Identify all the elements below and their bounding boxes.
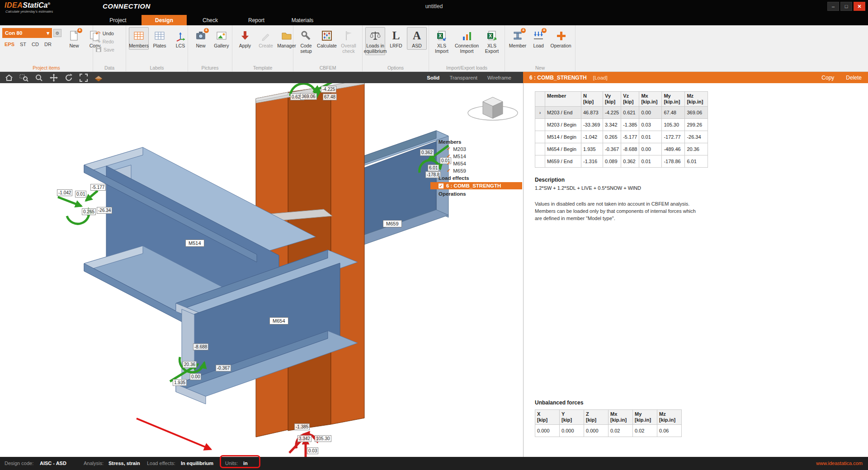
table-cell[interactable]: 369.06	[685, 107, 708, 119]
table-cell[interactable]: -1.316	[581, 155, 603, 168]
table-row[interactable]: M514 / Begin-1.0420.265-5.1770.01-172.77…	[535, 131, 708, 143]
table-cell[interactable]: -178.86	[662, 155, 685, 168]
view-mode-wireframe[interactable]: Wireframe	[487, 75, 511, 80]
labels-lcs-button[interactable]: LCS	[170, 27, 190, 50]
table-row[interactable]: 0.0000.0000.0000.020.020.06	[535, 425, 682, 437]
table-cell[interactable]: 0.00	[639, 143, 662, 155]
template-apply-button[interactable]: Apply	[235, 27, 255, 50]
row-selector-cell[interactable]	[535, 143, 545, 155]
template-create-button[interactable]: Create	[256, 27, 276, 50]
table-row[interactable]: M203 / Begin-33.3693.342-1.3850.03105.30…	[535, 119, 708, 131]
table-cell[interactable]: M659 / End	[545, 155, 581, 168]
calculate-button[interactable]: Calculate	[317, 27, 337, 50]
tab-project[interactable]: Project	[95, 15, 141, 25]
table-cell[interactable]: 3.342	[603, 119, 621, 131]
table-cell[interactable]: M203 / Begin	[545, 119, 581, 131]
tree-operations-header[interactable]: Operations	[439, 191, 522, 197]
new-load-button[interactable]: + Load	[528, 27, 548, 50]
minimize-button[interactable]: –	[827, 2, 839, 11]
tree-load-effects-header[interactable]: Load effects	[439, 175, 522, 181]
table-cell[interactable]: -1.385	[621, 119, 639, 131]
table-cell[interactable]: 0.362	[621, 155, 639, 168]
table-cell[interactable]: 1.935	[581, 143, 603, 155]
table-cell[interactable]: 67.48	[662, 107, 685, 119]
table-cell[interactable]: 0.089	[603, 155, 621, 168]
lrfd-button[interactable]: L LRFD	[386, 27, 406, 50]
tree-members-header[interactable]: Members	[439, 139, 522, 145]
tab-materials[interactable]: Materials	[280, 15, 325, 25]
maximize-button[interactable]: □	[840, 2, 852, 11]
table-cell[interactable]: 0.000	[535, 425, 560, 437]
row-selector-cell[interactable]: ›	[535, 107, 545, 119]
overall-check-button[interactable]: Overall check	[338, 27, 359, 55]
viewport-3d[interactable]: -4.2250.621369.0667.48-5.177-1.0420.010.…	[0, 83, 523, 457]
new-operation-button[interactable]: Operation	[549, 27, 572, 50]
checkbox-checked-icon[interactable]: ✓	[439, 183, 443, 188]
row-selector-cell[interactable]	[535, 119, 545, 131]
undo-button[interactable]: ↶ Undo	[95, 30, 114, 37]
new-member-button[interactable]: + Member	[508, 27, 528, 50]
zoom-fit-icon[interactable]	[78, 73, 89, 82]
labels-members-button[interactable]: Members	[129, 27, 149, 50]
zoom-window-icon[interactable]	[19, 73, 29, 82]
new-project-item-button[interactable]: + New	[64, 27, 84, 50]
table-cell[interactable]: M203 / End	[545, 107, 581, 119]
close-button[interactable]: ✕	[854, 2, 865, 11]
tab-design[interactable]: Design	[142, 15, 187, 25]
tree-item-m659[interactable]: ✓M659	[447, 168, 522, 174]
table-cell[interactable]: 6.01	[685, 155, 708, 168]
table-cell[interactable]: 0.621	[621, 107, 639, 119]
redo-button[interactable]: ↷ Redo	[95, 38, 114, 45]
project-item-options-icon[interactable]: ⚙	[53, 29, 61, 37]
table-cell[interactable]: 0.02	[633, 425, 657, 437]
table-cell[interactable]: M654 / Begin	[545, 143, 581, 155]
table-cell[interactable]: -8.688	[621, 143, 639, 155]
table-cell[interactable]: 0.265	[603, 131, 621, 143]
table-cell[interactable]: 0.03	[639, 119, 662, 131]
tree-item-m514[interactable]: ✓M514	[447, 153, 522, 159]
row-selector-cell[interactable]	[535, 155, 545, 168]
rotate-icon[interactable]	[63, 73, 74, 82]
copy-load-button[interactable]: Copy	[821, 75, 834, 81]
tab-report[interactable]: Report	[234, 15, 279, 25]
zoom-icon[interactable]	[33, 73, 44, 82]
table-cell[interactable]: -0.367	[603, 143, 621, 155]
table-cell[interactable]: 0.01	[639, 155, 662, 168]
table-row[interactable]: ›M203 / End46.873-4.2250.6210.0067.48369…	[535, 107, 708, 119]
project-sub-tab-dr[interactable]: DR	[42, 41, 54, 48]
table-cell[interactable]: -4.225	[603, 107, 621, 119]
table-cell[interactable]: 0.000	[584, 425, 609, 437]
picture-gallery-button[interactable]: Gallery	[212, 27, 231, 50]
table-cell[interactable]: 0.00	[639, 107, 662, 119]
table-cell[interactable]: -172.77	[662, 131, 685, 143]
table-row[interactable]: M659 / End-1.3160.0890.3620.01-178.866.0…	[535, 155, 708, 168]
loads-in-equilibrium-button[interactable]: Loads in equilibrium	[365, 27, 385, 55]
table-cell[interactable]: 0.01	[639, 131, 662, 143]
table-cell[interactable]: 0.000	[560, 425, 584, 437]
picture-new-button[interactable]: + New	[191, 27, 211, 50]
plate-view-icon[interactable]	[93, 73, 104, 82]
table-cell[interactable]: -489.46	[662, 143, 685, 155]
project-sub-tab-eps[interactable]: EPS	[2, 41, 17, 48]
labels-plates-button[interactable]: Plates	[150, 27, 170, 50]
table-cell[interactable]: 46.873	[581, 107, 603, 119]
connection-import-button[interactable]: Connection Import	[453, 27, 481, 55]
project-sub-tab-st[interactable]: ST	[18, 41, 28, 48]
table-cell[interactable]: -26.34	[685, 131, 708, 143]
table-cell[interactable]: 0.02	[609, 425, 633, 437]
member-label-m514[interactable]: M514	[185, 240, 204, 247]
table-cell[interactable]: -33.369	[581, 119, 603, 131]
table-row[interactable]: M654 / Begin1.935-0.367-8.6880.00-489.46…	[535, 143, 708, 155]
asd-button[interactable]: A ASD	[407, 27, 427, 50]
project-sub-tab-cd[interactable]: CD	[29, 41, 41, 48]
tree-load-effect-selected[interactable]: ✓ 6 : COMB_STRENGTH	[430, 182, 522, 189]
xls-export-button[interactable]: X XLS Export	[482, 27, 502, 55]
tree-item-m203[interactable]: ✓M203	[447, 146, 522, 152]
project-item-selector[interactable]: Con 80▾	[2, 28, 52, 38]
save-button[interactable]: Save	[95, 46, 114, 53]
code-setup-button[interactable]: Code setup	[296, 27, 316, 55]
view-mode-transparent[interactable]: Transparent	[449, 75, 477, 80]
pan-icon[interactable]	[48, 73, 59, 82]
xls-import-button[interactable]: X XLS Import	[432, 27, 452, 55]
member-label-m654[interactable]: M654	[269, 317, 288, 324]
